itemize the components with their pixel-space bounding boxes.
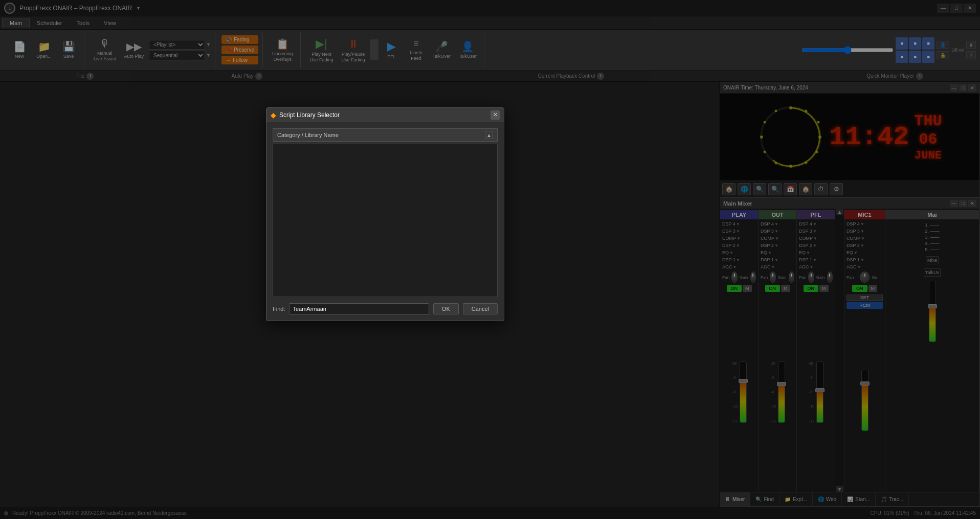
dialog-cancel-button[interactable]: Cancel [463,303,498,314]
category-scroll-arrow[interactable]: ▲ [485,131,493,139]
category-label: Category / Library Name [277,132,339,138]
dialog-category-header: Category / Library Name ▲ [273,128,498,142]
find-input[interactable] [289,303,429,314]
dialog-body: Category / Library Name ▲ Find: OK Cance… [266,122,504,321]
find-label: Find: [273,306,285,312]
dialog-find-row: Find: OK Cancel [273,303,498,314]
modal-overlay: ◆ Script Library Selector ✕ Category / L… [0,0,980,519]
dialog-title: ◆ Script Library Selector [271,111,340,119]
script-library-dialog: ◆ Script Library Selector ✕ Category / L… [266,107,504,321]
dialog-ok-button[interactable]: OK [433,303,459,314]
dialog-titlebar: ◆ Script Library Selector ✕ [266,108,504,122]
dialog-close-button[interactable]: ✕ [491,110,500,120]
dialog-list[interactable] [273,144,498,297]
dialog-title-text: Script Library Selector [279,111,340,119]
dialog-icon: ◆ [271,111,276,119]
